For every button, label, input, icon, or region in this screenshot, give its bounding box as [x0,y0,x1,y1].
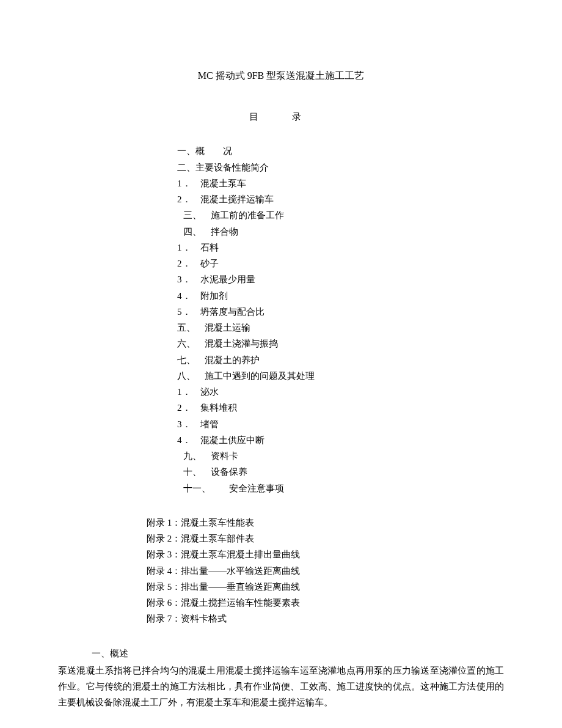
toc-item: 1． 石料 [177,240,525,256]
toc-item: 九、 资料卡 [183,448,525,464]
toc-item: 六、 混凝土浇灌与振捣 [177,336,525,351]
toc-item: 三、 施工前的准备工作 [183,207,525,223]
document-title: MC 摇动式 9FB 型泵送混凝土施工工艺 [37,67,525,84]
toc-block: 一、概 况 二、主要设备性能简介 1． 混凝土泵车 2． 混凝土搅拌运输车 三、… [177,143,525,496]
toc-item: 3． 水泥最少用量 [177,271,525,287]
toc-item: 十一、 安全注意事项 [183,480,525,496]
toc-item: 4． 附加剂 [177,288,525,304]
toc-item: 2． 砂子 [177,256,525,271]
appendix-item: 附录 2：混凝土泵车部件表 [147,531,525,546]
toc-item: 2． 混凝土搅拌运输车 [177,191,525,207]
toc-item: 八、 施工中遇到的问题及其处理 [177,368,525,384]
appendix-item: 附录 6：混凝土搅拦运输车性能要素表 [147,595,525,611]
toc-item: 2． 集料堆积 [177,400,525,416]
toc-item: 七、 混凝土的养护 [177,352,525,368]
toc-item: 一、概 况 [177,143,525,159]
appendix-item: 附录 3：混凝土泵车混凝土排出量曲线 [147,546,525,562]
toc-item: 四、 拌合物 [183,224,525,240]
toc-item: 十、 设备保养 [183,464,525,480]
toc-item: 1． 泌水 [177,384,525,400]
appendix-item: 附录 1：混凝土泵车性能表 [147,515,525,531]
appendix-item: 附录 4：排出量——水平输送距离曲线 [147,563,525,579]
appendix-block: 附录 1：混凝土泵车性能表 附录 2：混凝土泵车部件表 附录 3：混凝土泵车混凝… [147,515,525,627]
toc-item: 五、 混凝土运输 [177,320,525,336]
section-heading: 一、概述 [92,645,525,661]
toc-item: 5． 坍落度与配合比 [177,304,525,320]
toc-item: 1． 混凝土泵车 [177,175,525,191]
body-paragraph: 泵送混凝土系指将已拌合均匀的混凝土用混凝土搅拌运输车运至浇灌地点再用泵的压力输送… [58,663,504,711]
toc-item: 3． 堵管 [177,416,525,432]
toc-item: 4． 混凝土供应中断 [177,432,525,448]
toc-item: 二、主要设备性能简介 [177,160,525,175]
appendix-item: 附录 5：排出量——垂直输送距离曲线 [147,579,525,595]
toc-heading: 目 录 [37,109,525,125]
appendix-item: 附录 7：资料卡格式 [147,611,525,627]
